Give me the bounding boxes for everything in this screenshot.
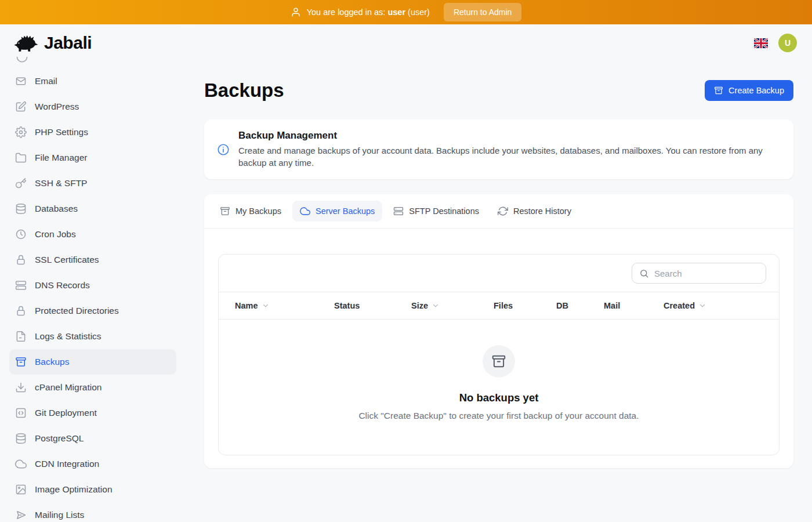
column-header-created[interactable]: Created xyxy=(664,301,779,310)
server-icon xyxy=(393,206,404,216)
image-icon xyxy=(15,484,27,495)
sidebar-item-logs-statistics[interactable]: Logs & Statistics xyxy=(9,324,176,349)
column-header-db: DB xyxy=(556,301,604,310)
app-header: Jabali U xyxy=(0,24,812,61)
header-actions: U xyxy=(754,34,797,52)
backup-management-info-card: Backup Management Create and manage back… xyxy=(204,119,793,179)
sidebar-item-wordpress[interactable]: WordPress xyxy=(9,94,176,119)
archive-icon xyxy=(491,354,506,369)
search-icon xyxy=(639,269,649,278)
sidebar-item-protected-directories[interactable]: Protected Directories xyxy=(9,298,176,324)
page-title: Backups xyxy=(204,79,284,102)
column-header-files: Files xyxy=(494,301,556,310)
paper-plane-icon xyxy=(15,509,27,521)
sidebar-item-cdn-integration[interactable]: CDN Integration xyxy=(9,451,176,477)
chevron-down-icon xyxy=(432,302,440,310)
sidebar-item-image-optimization[interactable]: Image Optimization xyxy=(9,477,176,502)
archive-icon xyxy=(220,206,230,216)
sidebar-item-ssl-certificates[interactable]: SSL Certificates xyxy=(9,247,176,273)
sidebar-item-cron-jobs[interactable]: Cron Jobs xyxy=(9,222,176,247)
lock-icon xyxy=(15,254,27,266)
archive-icon xyxy=(15,356,27,368)
sidebar-item-git-deployment[interactable]: Git Deployment xyxy=(9,400,176,426)
tab-restore-history[interactable]: Restore History xyxy=(490,201,579,222)
code-icon xyxy=(15,407,27,419)
tab-content: Name Status Size Files xyxy=(204,229,793,468)
tab-server-backups[interactable]: Server Backups xyxy=(292,201,382,222)
return-to-admin-button[interactable]: Return to Admin xyxy=(444,3,521,21)
empty-state-title: No backups yet xyxy=(230,392,767,404)
document-icon xyxy=(15,331,27,342)
sidebar-item-dns-records[interactable]: DNS Records xyxy=(9,273,176,298)
backups-table-card: Name Status Size Files xyxy=(218,254,780,455)
archive-icon xyxy=(714,86,723,95)
key-icon xyxy=(15,177,27,189)
boar-logo-icon xyxy=(13,32,39,54)
gear-icon xyxy=(15,126,27,138)
download-icon xyxy=(15,382,27,393)
logged-in-text: You are logged in as: user (user) xyxy=(307,8,430,17)
admin-impersonation-bar: You are logged in as: user (user) Return… xyxy=(0,0,812,24)
search-box xyxy=(632,263,766,284)
sidebar-item-databases[interactable]: Databases xyxy=(9,196,176,222)
database-icon xyxy=(15,203,27,215)
search-input[interactable] xyxy=(654,269,759,278)
info-icon xyxy=(217,143,230,156)
sidebar-item-backups[interactable]: Backups xyxy=(9,349,176,375)
empty-state-icon-circle xyxy=(483,345,515,378)
chevron-down-icon xyxy=(262,302,270,310)
server-icon xyxy=(15,280,27,291)
column-header-name[interactable]: Name xyxy=(235,301,334,310)
pencil-icon xyxy=(15,101,27,113)
folder-icon xyxy=(15,152,27,164)
column-header-status: Status xyxy=(334,301,411,310)
cloud-icon xyxy=(15,458,27,470)
uk-flag-icon[interactable] xyxy=(754,38,768,48)
sidebar-item-postgresql[interactable]: PostgreSQL xyxy=(9,426,176,451)
backups-panel: My Backups Server Backups SFTP Destinati… xyxy=(204,194,793,468)
chevron-down-icon xyxy=(698,302,706,310)
create-backup-button[interactable]: Create Backup xyxy=(705,80,793,101)
lock-icon xyxy=(15,305,27,317)
page-header: Backups Create Backup xyxy=(204,77,793,104)
brand-name: Jabali xyxy=(44,33,92,53)
logged-in-username: user xyxy=(387,8,405,17)
column-header-mail: Mail xyxy=(604,301,664,310)
main-content: Backups Create Backup Backup Management … xyxy=(186,61,812,522)
tab-sftp-destinations[interactable]: SFTP Destinations xyxy=(386,201,487,222)
database-icon xyxy=(15,433,27,444)
tab-bar: My Backups Server Backups SFTP Destinati… xyxy=(204,194,793,229)
logged-in-role: (user) xyxy=(408,8,430,17)
sidebar-item-file-manager[interactable]: File Manager xyxy=(9,145,176,171)
user-icon xyxy=(291,7,301,17)
user-avatar[interactable]: U xyxy=(778,34,797,52)
empty-state: No backups yet Click "Create Backup" to … xyxy=(219,320,779,455)
sidebar-item-email[interactable]: Email xyxy=(9,68,176,94)
empty-state-message: Click "Create Backup" to create your fir… xyxy=(230,411,767,421)
tab-my-backups[interactable]: My Backups xyxy=(212,201,289,222)
refresh-icon xyxy=(498,206,508,216)
info-card-title: Backup Management xyxy=(238,130,778,142)
info-card-description: Create and manage backups of your accoun… xyxy=(238,145,778,169)
sidebar: Email WordPress PHP Settings File Manage… xyxy=(0,61,186,522)
clock-icon xyxy=(15,229,27,240)
column-header-size[interactable]: Size xyxy=(411,301,494,310)
layout: Email WordPress PHP Settings File Manage… xyxy=(0,61,812,522)
table-header-row: Name Status Size Files xyxy=(219,292,779,320)
logged-in-prefix: You are logged in as: xyxy=(307,8,386,17)
partial-sidebar-item-icon xyxy=(16,55,28,61)
sidebar-item-mailing-lists[interactable]: Mailing Lists xyxy=(9,502,176,522)
info-card-text: Backup Management Create and manage back… xyxy=(238,130,778,169)
sidebar-item-ssh-sftp[interactable]: SSH & SFTP xyxy=(9,171,176,196)
cloud-icon xyxy=(300,206,310,216)
sidebar-item-php-settings[interactable]: PHP Settings xyxy=(9,119,176,145)
sidebar-item-cpanel-migration[interactable]: cPanel Migration xyxy=(9,375,176,400)
table-toolbar xyxy=(219,255,779,292)
brand: Jabali xyxy=(13,32,92,54)
envelope-icon xyxy=(15,75,27,87)
